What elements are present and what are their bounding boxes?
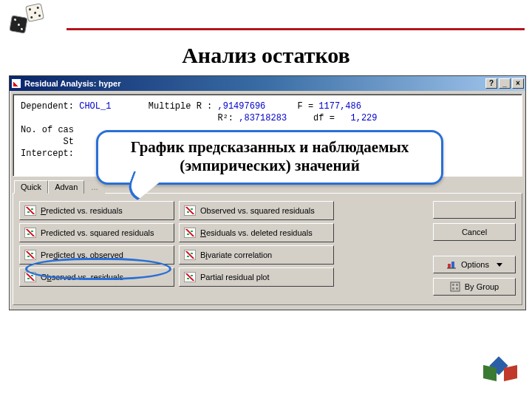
stat-value: ,83718283	[239, 113, 287, 123]
stat-label: df	[313, 113, 324, 123]
scatter-icon	[24, 228, 36, 238]
dice-icon	[9, 15, 27, 33]
app-icon	[11, 78, 21, 89]
svg-rect-1	[451, 262, 454, 268]
options-button[interactable]: Options	[433, 256, 516, 273]
button-label: By Group	[465, 282, 499, 291]
scatter-icon	[184, 272, 196, 282]
help-button[interactable]: ?	[485, 78, 497, 89]
btn-pred-vs-sqresid[interactable]: Predicted vs. squared residuals	[19, 223, 174, 242]
button-label: ObObserved vs. residualsserved vs. resid…	[41, 273, 123, 282]
scatter-icon	[24, 250, 36, 260]
annotation-callout: График предсказанных и наблюдаемых (эмпи…	[96, 130, 443, 185]
statistica-logo-icon	[483, 359, 517, 389]
dice-icon	[25, 3, 44, 22]
sidebar-buttons: Cancel Options By Group	[433, 201, 516, 296]
btn-pred-vs-resid[interactable]: PPredicted vs. residualsredicted vs. res…	[19, 201, 174, 220]
btn-obs-vs-sqresid[interactable]: Observed vs. squared residuals	[179, 201, 334, 220]
stat-label: Multiple R :	[149, 101, 212, 112]
tab-quick[interactable]: Quick	[14, 180, 48, 194]
chevron-down-icon	[497, 263, 502, 267]
btn-resid-vs-delresid[interactable]: RResiduals vs. deleted residualsesiduals…	[179, 223, 334, 242]
button-label: Options	[461, 260, 489, 269]
minimize-button[interactable]: _	[499, 78, 511, 89]
callout-line: График предсказанных и наблюдаемых	[110, 138, 429, 157]
close-button[interactable]: ×	[512, 78, 524, 89]
panel: PPredicted vs. residualsredicted vs. res…	[13, 193, 522, 305]
button-label: Observed vs. squared residuals	[200, 206, 315, 215]
stat-value: ,91497696	[217, 101, 265, 112]
slide-deco-dice	[6, 3, 50, 40]
scatter-icon	[24, 205, 36, 216]
btn-partial-resid[interactable]: Partial residual plot	[179, 267, 334, 287]
button-label: Cancel	[462, 228, 487, 236]
svg-rect-2	[451, 282, 460, 291]
svg-rect-5	[452, 287, 454, 290]
button-label: Partial residual plot	[200, 273, 270, 282]
stat-label: R²:	[217, 113, 233, 123]
cancel-button[interactable]: Cancel	[433, 223, 516, 241]
bygroup-button[interactable]: By Group	[433, 278, 516, 296]
button-label: Predicted vs. squared residuals	[41, 228, 154, 237]
btn-bivariate[interactable]: BiBivariate correlationvariate correlati…	[179, 245, 334, 265]
btn-pred-vs-obs[interactable]: PredPredicted vs. observedicted vs. obse…	[19, 245, 174, 265]
stat-sep: =	[330, 113, 335, 123]
window-title: Residual Analysis: hyper	[24, 79, 120, 88]
btn-obs-vs-resid[interactable]: ObObserved vs. residualsserved vs. resid…	[19, 267, 174, 287]
page-title: Анализ остатков	[0, 43, 532, 68]
dialog-window: Residual Analysis: hyper ? _ × Dependent…	[9, 75, 526, 310]
svg-rect-6	[456, 287, 458, 290]
bygroup-icon	[450, 282, 460, 292]
svg-rect-3	[452, 284, 454, 286]
button-label: RResiduals vs. deleted residualsesiduals…	[200, 228, 313, 237]
scatter-icon	[184, 228, 196, 238]
button-label: PPredicted vs. residualsredicted vs. res…	[41, 206, 123, 215]
stat-label: F	[298, 101, 303, 112]
options-icon	[446, 259, 457, 270]
tab-advanced[interactable]: Advan	[48, 180, 84, 194]
scatter-icon	[24, 272, 36, 282]
stat-value: CHOL_1	[79, 101, 111, 112]
callout-line: (эмпирических) значений	[110, 157, 429, 175]
svg-rect-0	[448, 264, 451, 268]
scatter-icon	[184, 250, 196, 260]
stat-value: 1,229	[351, 113, 378, 123]
button-label: BiBivariate correlationvariate correlati…	[200, 250, 272, 259]
stat-label: St	[64, 137, 74, 147]
svg-rect-4	[456, 284, 458, 286]
button-label: PredPredicted vs. observedicted vs. obse…	[41, 250, 123, 259]
btn-summary[interactable]	[433, 201, 516, 219]
stat-value: 1177,486	[318, 101, 361, 112]
divider	[66, 28, 525, 30]
stat-label: Dependent:	[21, 101, 74, 112]
titlebar[interactable]: Residual Analysis: hyper ? _ ×	[10, 76, 525, 91]
scatter-icon	[184, 205, 196, 216]
plot-buttons: PPredicted vs. residualsredicted vs. res…	[19, 201, 334, 296]
